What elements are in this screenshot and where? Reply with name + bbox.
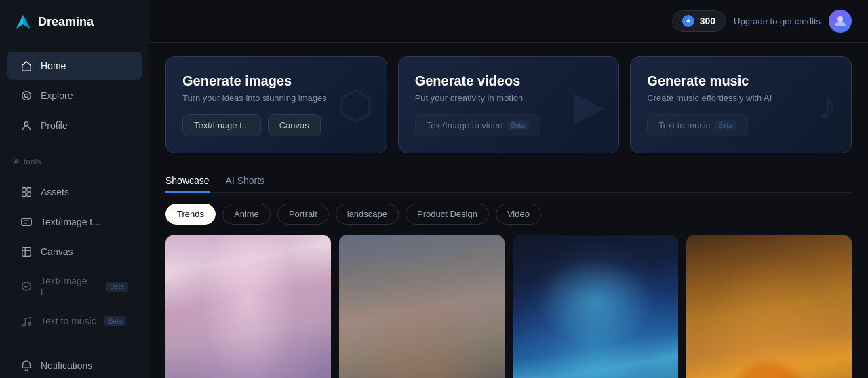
pill-trends[interactable]: Trends bbox=[165, 204, 216, 225]
hero-card-images: ⬡ Generate images Turn your ideas into s… bbox=[165, 56, 387, 153]
upgrade-button[interactable]: Upgrade to get credits bbox=[734, 14, 821, 29]
svg-rect-10 bbox=[22, 248, 31, 257]
pill-video[interactable]: Video bbox=[496, 204, 541, 225]
sidebar: Dreamina Home Explore Profile AI tools bbox=[0, 0, 149, 378]
gallery-image-3[interactable] bbox=[513, 235, 678, 378]
sidebar-item-explore-label: Explore bbox=[41, 90, 73, 101]
sidebar-item-profile-label: Profile bbox=[41, 120, 68, 131]
sidebar-item-canvas[interactable]: Canvas bbox=[7, 238, 142, 266]
sidebar-item-home[interactable]: Home bbox=[7, 52, 142, 80]
svg-rect-5 bbox=[22, 188, 26, 191]
card-music-header: Generate music Create music effortlessly… bbox=[647, 73, 835, 114]
svg-point-4 bbox=[24, 122, 28, 126]
credits-button[interactable]: 300 bbox=[672, 10, 726, 32]
sidebar-item-text-image-beta[interactable]: Text/Image t... Beta bbox=[7, 267, 142, 305]
svg-point-13 bbox=[28, 323, 31, 326]
sidebar-item-text-image-label: Text/Image t... bbox=[41, 216, 100, 227]
svg-marker-14 bbox=[686, 18, 690, 24]
assets-icon bbox=[20, 186, 33, 198]
logo-area[interactable]: Dreamina bbox=[0, 0, 149, 43]
card-bg-decorative-3: ♪ bbox=[817, 81, 837, 128]
tab-showcase[interactable]: Showcase bbox=[165, 170, 210, 193]
filter-pills: Trends Anime Portrait landscape Product … bbox=[165, 204, 852, 225]
svg-rect-7 bbox=[22, 193, 26, 196]
text-image-icon bbox=[20, 216, 33, 228]
pill-landscape[interactable]: landscape bbox=[336, 204, 399, 225]
card-music-buttons: Text to music Beta bbox=[647, 114, 835, 136]
svg-point-15 bbox=[837, 16, 843, 22]
logo-icon bbox=[14, 12, 33, 31]
bell-icon bbox=[20, 360, 33, 372]
video-beta-badge: Beta bbox=[507, 120, 529, 130]
sidebar-item-assets[interactable]: Assets bbox=[7, 178, 142, 206]
explore-icon bbox=[20, 90, 33, 102]
tabs-section: Showcase AI Shorts Trends Anime Portrait… bbox=[165, 170, 852, 225]
tab-ai-shorts[interactable]: AI Shorts bbox=[226, 170, 265, 193]
pill-anime[interactable]: Anime bbox=[222, 204, 271, 225]
ai-tools-label: AI tools bbox=[0, 148, 149, 170]
content-area: ⬡ Generate images Turn your ideas into s… bbox=[149, 43, 868, 378]
sidebar-item-canvas-label: Canvas bbox=[41, 246, 73, 257]
card-music-subtitle: Create music effortlessly with AI bbox=[647, 93, 835, 103]
beta-badge-2: Beta bbox=[104, 316, 127, 326]
hero-cards: ⬡ Generate images Turn your ideas into s… bbox=[165, 56, 852, 153]
card-music-title: Generate music bbox=[647, 73, 835, 89]
svg-rect-8 bbox=[27, 193, 31, 196]
sidebar-item-explore[interactable]: Explore bbox=[7, 81, 142, 110]
gallery-image-2[interactable] bbox=[339, 235, 505, 378]
credits-count: 300 bbox=[700, 16, 715, 26]
sidebar-item-text-to-music[interactable]: Text to music Beta bbox=[7, 307, 142, 335]
svg-point-12 bbox=[23, 324, 26, 327]
main-content: 300 Upgrade to get credits ⬡ Generate im… bbox=[149, 0, 868, 378]
text-to-music-button[interactable]: Text to music Beta bbox=[647, 114, 747, 136]
main-nav: Home Explore Profile bbox=[0, 43, 149, 148]
sidebar-item-profile[interactable]: Profile bbox=[7, 111, 142, 140]
beta-badge-1: Beta bbox=[106, 282, 128, 292]
bottom-nav: Notifications bbox=[0, 343, 149, 378]
profile-icon bbox=[20, 119, 33, 132]
svg-point-2 bbox=[22, 92, 31, 100]
svg-rect-9 bbox=[22, 219, 31, 226]
sidebar-item-notifications[interactable]: Notifications bbox=[7, 352, 142, 378]
lightning-icon bbox=[685, 18, 692, 24]
credits-dot-icon bbox=[682, 15, 694, 27]
text-image-button[interactable]: Text/Image t... bbox=[182, 114, 261, 136]
sidebar-item-home-label: Home bbox=[41, 60, 66, 71]
sidebar-item-notifications-label: Notifications bbox=[41, 360, 92, 371]
avatar-icon bbox=[833, 14, 847, 28]
svg-point-3 bbox=[24, 94, 28, 97]
topbar: 300 Upgrade to get credits bbox=[149, 0, 868, 43]
gallery-image-1[interactable] bbox=[165, 235, 331, 378]
avatar[interactable] bbox=[829, 10, 852, 33]
music-icon bbox=[20, 315, 33, 327]
tabs-row: Showcase AI Shorts bbox=[165, 170, 852, 193]
image-grid bbox=[165, 235, 852, 378]
text-image-to-video-button[interactable]: Text/Image to video Beta bbox=[415, 114, 540, 136]
canvas-icon bbox=[20, 246, 33, 258]
hero-card-music: ♪ Generate music Create music effortless… bbox=[630, 56, 852, 153]
card-bg-decorative-2: ▶ bbox=[574, 81, 605, 129]
card-bg-decorative: ⬡ bbox=[338, 81, 373, 129]
canvas-button[interactable]: Canvas bbox=[268, 114, 321, 136]
home-icon bbox=[20, 60, 33, 72]
sidebar-item-assets-label: Assets bbox=[41, 187, 69, 197]
sidebar-item-text-to-music-label: Text to music bbox=[41, 316, 96, 326]
ai-tools-nav: Assets Text/Image t... Canvas Text/Image… bbox=[0, 170, 149, 343]
svg-rect-6 bbox=[27, 188, 31, 191]
pill-product-design[interactable]: Product Design bbox=[406, 204, 489, 225]
sidebar-item-text-image[interactable]: Text/Image t... bbox=[7, 208, 142, 236]
pill-portrait[interactable]: Portrait bbox=[277, 204, 329, 225]
hero-card-videos: ▶ Generate videos Put your creativity in… bbox=[398, 56, 620, 153]
gallery-image-4[interactable] bbox=[686, 235, 852, 378]
svg-marker-1 bbox=[23, 15, 30, 29]
sidebar-item-text-image-beta-label: Text/Image t... bbox=[41, 276, 98, 297]
text-image2-icon bbox=[20, 280, 33, 292]
music-beta-badge: Beta bbox=[714, 120, 736, 130]
app-name: Dreamina bbox=[38, 15, 94, 29]
